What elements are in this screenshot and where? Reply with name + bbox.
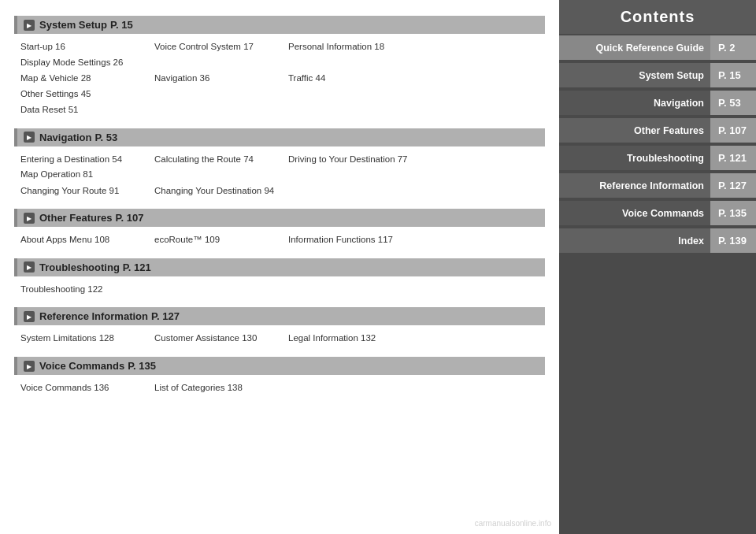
section-title: Reference Information (39, 310, 148, 322)
watermark: carmanualsonline.info (475, 519, 551, 528)
nav-label: Troubleshooting (559, 146, 710, 170)
section-icon (24, 213, 35, 224)
section-page: P. 135 (128, 360, 156, 372)
nav-label: Quick Reference Guide (559, 36, 710, 60)
nav-page: P. 53 (710, 91, 756, 115)
item-cell: Troubleshooting 122 (20, 282, 154, 298)
item-row: Entering a Destination 54Calculating the… (20, 152, 542, 183)
item-cell (154, 282, 288, 298)
item-cell: Personal Information 18 (288, 39, 422, 55)
item-cell: Changing Your Route 91 (20, 184, 154, 199)
item-row: Troubleshooting 122 (20, 282, 542, 298)
sidebar-nav-item[interactable]: IndexP. 139 (559, 228, 756, 253)
sidebar: Contents Quick Reference GuideP. 2System… (559, 0, 756, 534)
nav-label: Voice Commands (559, 202, 710, 225)
section-page: P. 127 (151, 310, 180, 322)
section-title: Voice Commands (39, 360, 124, 372)
item-row: About Apps Menu 108ecoRoute™ 109Informat… (20, 232, 542, 248)
nav-page: P. 2 (710, 35, 756, 60)
section-block: Reference InformationP. 127System Limita… (14, 307, 545, 349)
item-cell: Navigation 36 (154, 71, 288, 87)
item-cell: Entering a Destination 54 (20, 152, 154, 168)
nav-label: Reference Information (559, 174, 710, 198)
item-cell: Information Functions 117 (288, 232, 422, 248)
item-cell (288, 282, 422, 298)
sidebar-nav-item[interactable]: Reference InformationP. 127 (559, 173, 756, 198)
section-items: About Apps Menu 108ecoRoute™ 109Informat… (14, 230, 545, 250)
nav-label: Navigation (559, 91, 710, 115)
sidebar-nav-item[interactable]: TroubleshootingP. 121 (559, 146, 756, 170)
section-header: TroubleshootingP. 121 (14, 258, 545, 276)
section-header: System SetupP. 15 (14, 16, 545, 34)
section-header: Voice CommandsP. 135 (14, 357, 545, 375)
sidebar-nav-item[interactable]: Quick Reference GuideP. 2 (559, 35, 756, 60)
item-cell (288, 102, 422, 118)
section-block: TroubleshootingP. 121Troubleshooting 122 (14, 258, 545, 300)
nav-label: System Setup (559, 64, 710, 87)
content-area: System SetupP. 15Start-up 16Voice Contro… (0, 0, 559, 534)
section-items: Start-up 16Voice Control System 17Person… (14, 37, 545, 121)
sidebar-nav-item[interactable]: Other FeaturesP. 107 (559, 118, 756, 143)
item-row: Data Reset 51 (20, 102, 542, 118)
section-items: Voice Commands 136List of Categories 138 (14, 378, 545, 399)
item-cell: Traffic 44 (288, 71, 422, 87)
item-cell: Display Mode Settings 26 (20, 55, 154, 71)
item-cell: Calculating the Route 74 (154, 152, 288, 168)
item-cell (288, 184, 422, 199)
item-cell: Legal Information 132 (288, 331, 422, 347)
item-cell (154, 102, 288, 118)
section-header: Other FeaturesP. 107 (14, 209, 545, 227)
section-page: P. 15 (110, 19, 133, 31)
item-cell: Map Operation 81 (20, 167, 154, 183)
sidebar-nav-item[interactable]: System SetupP. 15 (559, 63, 756, 87)
nav-page: P. 135 (710, 201, 756, 225)
sidebar-nav-item[interactable]: Voice CommandsP. 135 (559, 201, 756, 225)
item-row: Changing Your Route 91Changing Your Dest… (20, 184, 542, 199)
item-cell: Start-up 16 (20, 39, 154, 55)
item-cell (288, 380, 422, 396)
section-page: P. 121 (123, 261, 151, 273)
section-icon (24, 20, 35, 31)
item-row: Voice Commands 136List of Categories 138 (20, 380, 542, 396)
section-page: P. 107 (115, 212, 143, 224)
section-title: Navigation (39, 132, 91, 143)
nav-page: P. 121 (710, 146, 756, 170)
section-icon (24, 261, 35, 273)
item-cell: Other Settings 45 (20, 87, 154, 102)
sidebar-nav-item[interactable]: NavigationP. 53 (559, 91, 756, 115)
item-cell: Driving to Your Destination 77 (288, 152, 422, 168)
section-icon (24, 132, 35, 143)
section-items: System Limitations 128Customer Assistanc… (14, 328, 545, 349)
nav-page: P. 107 (710, 118, 756, 143)
section-block: System SetupP. 15Start-up 16Voice Contro… (14, 16, 545, 121)
section-items: Entering a Destination 54Calculating the… (14, 150, 545, 202)
section-title: Troubleshooting (39, 261, 120, 273)
section-items: Troubleshooting 122 (14, 280, 545, 300)
nav-page: P. 127 (710, 173, 756, 198)
nav-label: Other Features (559, 119, 710, 143)
item-cell: System Limitations 128 (20, 331, 154, 347)
section-title: System Setup (39, 19, 107, 31)
item-cell: Voice Commands 136 (20, 380, 154, 396)
item-cell: Voice Control System 17 (154, 39, 288, 55)
section-icon (24, 361, 35, 372)
item-row: Start-up 16Voice Control System 17Person… (20, 39, 542, 70)
nav-page: P. 15 (710, 63, 756, 87)
item-cell: Map & Vehicle 28 (20, 71, 154, 87)
item-row: System Limitations 128Customer Assistanc… (20, 331, 542, 347)
sidebar-title: Contents (559, 0, 756, 34)
section-title: Other Features (39, 212, 112, 224)
item-cell: Customer Assistance 130 (154, 331, 288, 347)
item-row: Map & Vehicle 28Navigation 36Traffic 44O… (20, 71, 542, 102)
section-icon (24, 311, 35, 322)
item-cell: About Apps Menu 108 (20, 232, 154, 248)
section-block: Voice CommandsP. 135Voice Commands 136Li… (14, 357, 545, 399)
item-cell: Changing Your Destination 94 (154, 184, 288, 199)
item-cell: Data Reset 51 (20, 102, 154, 118)
nav-page: P. 139 (710, 228, 756, 253)
nav-label: Index (559, 229, 710, 253)
section-block: Other FeaturesP. 107About Apps Menu 108e… (14, 209, 545, 250)
section-header: Reference InformationP. 127 (14, 307, 545, 325)
item-cell: List of Categories 138 (154, 380, 288, 396)
section-header: NavigationP. 53 (14, 128, 545, 146)
